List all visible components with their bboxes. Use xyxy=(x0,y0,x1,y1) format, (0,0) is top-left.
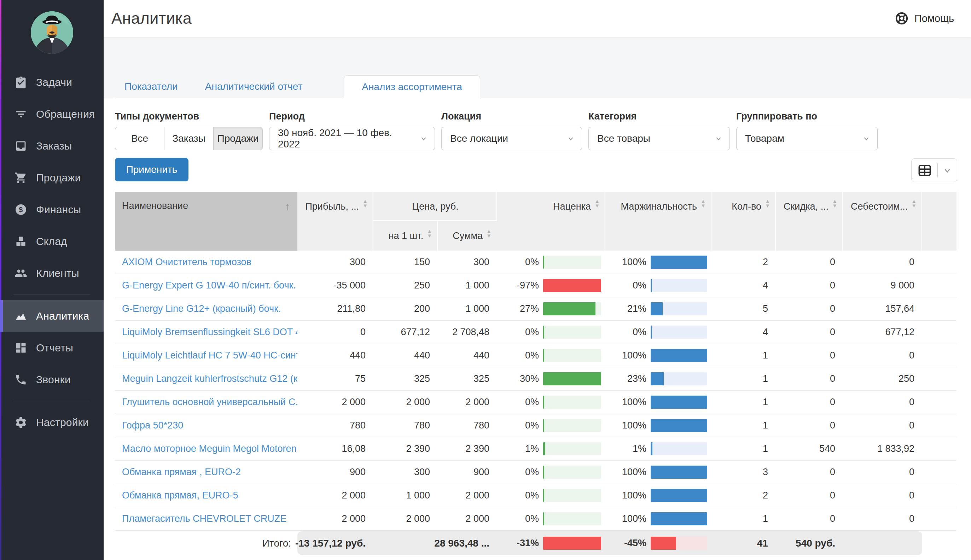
doc-type-orders-button[interactable]: Заказы xyxy=(164,127,213,150)
column-header-qty[interactable]: Кол-во ▲▼ xyxy=(711,192,776,251)
period-select[interactable]: 30 нояб. 2021 — 10 фев. 2022 xyxy=(269,127,435,150)
column-header-price-unit[interactable]: на 1 шт. ▲▼ xyxy=(374,221,438,251)
sidebar: ЗадачиОбращенияЗаказыПродажи$ФинансыСкла… xyxy=(0,0,103,560)
price-sum-cell: 2 000 xyxy=(438,490,497,501)
margin-bar xyxy=(651,326,707,339)
analytics-icon xyxy=(14,309,28,323)
totals-profit: -13 157,12 руб. xyxy=(297,532,374,555)
cost-cell: 0 xyxy=(843,490,922,501)
discount-cell: 0 xyxy=(776,397,843,408)
column-header-cost[interactable]: Себестоим... ▲▼ xyxy=(843,192,922,251)
qty-cell: 2 xyxy=(711,257,776,268)
sidebar-item-sales[interactable]: Продажи xyxy=(0,162,103,194)
qty-cell: 1 xyxy=(711,373,776,384)
column-header-profit[interactable]: Прибыль, ... ▲▼ xyxy=(297,192,374,251)
sidebar-item-tasks[interactable]: Задачи xyxy=(0,67,103,98)
cost-cell: 0 xyxy=(843,467,922,478)
markup-bar xyxy=(543,537,601,550)
column-header-price-group[interactable]: Цена, руб. xyxy=(374,192,497,221)
totals-price-unit xyxy=(374,532,438,555)
sort-carets-icon: ▲▼ xyxy=(594,201,600,210)
qty-cell: 3 xyxy=(711,467,776,478)
sidebar-item-analytics[interactable]: Аналитика xyxy=(0,300,103,332)
sidebar-item-settings[interactable]: Настройки xyxy=(0,407,103,438)
price-sum-cell: 2 708,48 xyxy=(438,327,497,338)
column-header-margin[interactable]: Маржинальность ▲▼ xyxy=(606,192,711,251)
markup-bar xyxy=(543,349,601,362)
category-select[interactable]: Все товары xyxy=(588,127,730,150)
sidebar-item-orders[interactable]: Заказы xyxy=(0,130,103,162)
chevron-down-icon xyxy=(715,135,722,142)
sidebar-item-finance[interactable]: $Финансы xyxy=(0,194,103,225)
group-by-select[interactable]: Товарам xyxy=(736,127,878,150)
price-unit-cell: 150 xyxy=(374,257,438,268)
table-row: Meguin Langzeit kuhlerfrostschutz G12 (к… xyxy=(115,367,956,391)
calls-icon xyxy=(14,373,28,387)
product-link[interactable]: AXIOM Очиститель тормозов xyxy=(122,257,252,267)
apply-button[interactable]: Применить xyxy=(115,158,189,182)
margin-bar xyxy=(651,396,707,409)
location-select[interactable]: Все локации xyxy=(441,127,582,150)
chevron-down-icon xyxy=(420,135,427,142)
margin-cell: 100% xyxy=(606,489,711,502)
sort-carets-icon: ▲▼ xyxy=(362,201,368,210)
price-unit-cell: 300 xyxy=(374,467,438,478)
column-header-price-sum[interactable]: Сумма ▲▼ xyxy=(438,221,497,251)
margin-bar xyxy=(651,442,707,455)
tab-3[interactable]: Анализ ассортимента xyxy=(344,75,480,98)
sidebar-item-reports[interactable]: Отчеты xyxy=(0,332,103,364)
sidebar-item-calls[interactable]: Звонки xyxy=(0,364,103,396)
product-link[interactable]: G-Energy Expert G 10W-40 п/синт. бочк. xyxy=(122,280,296,291)
product-link[interactable]: Гофра 50*230 xyxy=(122,420,183,431)
markup-cell: 0% xyxy=(497,396,606,409)
group-by-label: Группировать по xyxy=(736,111,878,122)
table-row: Гофра 50*2307807807800%100%100 xyxy=(115,414,956,437)
margin-cell: 100% xyxy=(606,349,711,362)
product-link[interactable]: Масло моторное Meguin Megol Motoren... xyxy=(122,443,297,454)
margin-bar xyxy=(651,512,707,525)
avatar[interactable] xyxy=(31,11,73,54)
product-link[interactable]: Глушитель основной универсальный С... xyxy=(122,397,297,407)
period-value: 30 нояб. 2021 — 10 фев. 2022 xyxy=(278,127,415,150)
table-body: AXIOM Очиститель тормозов3001503000%100%… xyxy=(115,251,956,531)
discount-cell: 0 xyxy=(776,373,843,384)
column-header-discount[interactable]: Скидка, ... ▲▼ xyxy=(776,192,843,251)
product-link[interactable]: G-Energy Line G12+ (красный) бочк. xyxy=(122,303,281,314)
product-link[interactable]: Обманка прямая, EURO-5 xyxy=(122,490,238,501)
product-link[interactable]: Обманка прямая , EURO-2 xyxy=(122,467,241,477)
tab-1[interactable]: Показатели xyxy=(115,75,187,98)
chevron-down-icon xyxy=(567,135,575,142)
column-header-markup[interactable]: Наценка ▲▼ xyxy=(497,192,606,251)
profit-cell: 780 xyxy=(297,420,374,431)
totals-empty xyxy=(922,532,956,555)
qty-cell: 4 xyxy=(711,327,776,338)
product-link[interactable]: Meguin Langzeit kuhlerfrostschutz G12 (к… xyxy=(122,373,297,384)
column-header-name[interactable]: Наименование ↑ xyxy=(115,192,297,251)
sales-icon xyxy=(14,171,28,185)
product-link[interactable]: LiquiMoly Bremsenflussingkeit SL6 DOT 4 … xyxy=(122,327,297,337)
sidebar-item-clients[interactable]: Клиенты xyxy=(0,257,103,289)
group-by-value: Товарам xyxy=(745,133,784,144)
margin-bar xyxy=(651,419,707,432)
markup-bar xyxy=(543,442,601,455)
sidebar-item-inquiries[interactable]: Обращения xyxy=(0,98,103,130)
cost-cell: 0 xyxy=(843,257,922,268)
sidebar-item-warehouse[interactable]: Склад xyxy=(0,225,103,257)
margin-cell: 100% xyxy=(606,396,711,409)
product-link[interactable]: LiquiMoly Leichtlauf HC 7 5W-40 HC-синт.… xyxy=(122,350,297,361)
product-link[interactable]: Пламегаситель CHEVROLET CRUZE xyxy=(122,513,287,524)
doc-type-all-button[interactable]: Все xyxy=(115,127,164,150)
doc-type-sales-button[interactable]: Продажи xyxy=(213,127,263,150)
discount-cell: 0 xyxy=(776,257,843,268)
doc-types-segmented: Все Заказы Продажи xyxy=(115,127,263,150)
help-button[interactable]: Помощь xyxy=(894,11,971,25)
table-row: Масло моторное Meguin Megol Motoren...16… xyxy=(115,437,956,461)
totals-markup: -31% xyxy=(497,532,606,555)
tab-2[interactable]: Аналитический отчет xyxy=(195,75,312,98)
filter-doc-types: Типы документов Все Заказы Продажи xyxy=(115,111,263,150)
table-view-toggle[interactable] xyxy=(911,158,957,182)
sidebar-item-label: Продажи xyxy=(36,172,81,184)
discount-cell: 0 xyxy=(776,327,843,338)
markup-bar xyxy=(543,489,601,502)
margin-cell: 0% xyxy=(606,279,711,292)
